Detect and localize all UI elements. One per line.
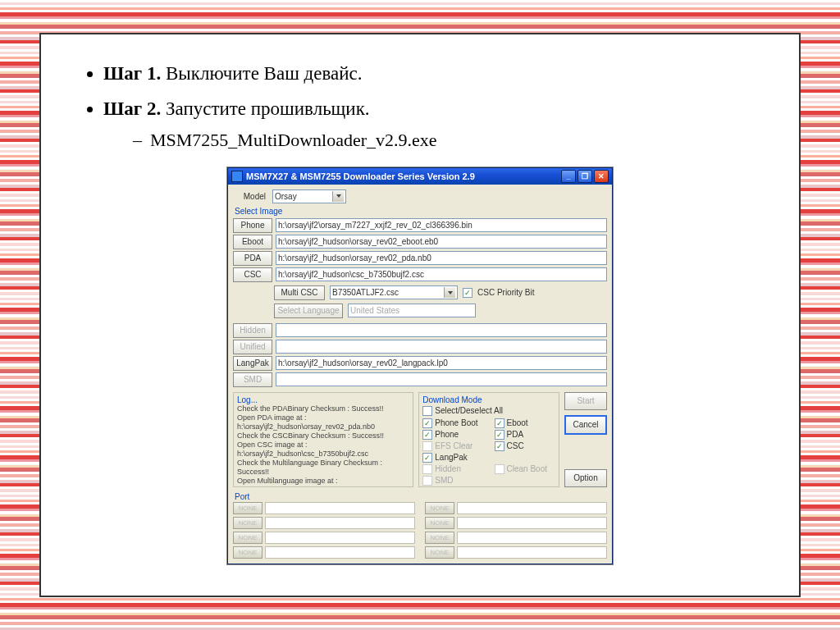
cancel-button[interactable]: Cancel (564, 415, 607, 435)
hidden-field (276, 323, 607, 337)
pda-checkbox[interactable]: ✓ (495, 430, 504, 440)
port-field (457, 502, 607, 514)
port-none-button: NONE (233, 546, 262, 559)
window-title: MSM7X27 & MSM7255 Downloader Series Vers… (246, 171, 475, 181)
smd-button: SMD (233, 372, 272, 387)
phone-button[interactable]: Phone (233, 218, 272, 233)
hidden-button: Hidden (233, 323, 272, 338)
download-mode-label: Download Mode (422, 395, 555, 404)
close-button[interactable]: ✕ (594, 170, 609, 183)
eboot-label: Eboot (507, 418, 528, 427)
eboot-field[interactable]: h:\orsay\jf2_hudson\orsay_rev02_eboot.eb… (276, 235, 607, 249)
efs-clear-checkbox (422, 441, 432, 451)
slide-frame: Шаг 1. Выключите Ваш девайс. Шаг 2. Запу… (39, 33, 801, 597)
smd-label: SMD (435, 476, 453, 485)
phone-label: Phone (435, 430, 459, 439)
efs-clear-label: EFS Clear (435, 441, 472, 450)
port-field (457, 546, 607, 559)
port-none-button: NONE (425, 517, 454, 529)
log-panel: Log... Check the PDABinary Checksum : Su… (233, 392, 413, 487)
port-field (457, 517, 607, 529)
step-2: Шаг 2. Запустите прошивльщик. MSM7255_Mu… (103, 93, 753, 155)
select-all-checkbox[interactable] (422, 406, 432, 416)
phone-field[interactable]: h:\orsay\jf2\orsay_m7227_xxjf2_rev_02_cl… (276, 218, 607, 232)
port-none-button: NONE (425, 502, 454, 514)
app-icon (231, 171, 243, 182)
multicsc-combo[interactable]: B7350ATLJF2.csc (330, 285, 458, 299)
eboot-checkbox[interactable]: ✓ (495, 418, 504, 428)
select-language-field: United States (348, 304, 476, 317)
log-label: Log... (237, 395, 409, 404)
option-button[interactable]: Option (564, 469, 607, 487)
langpak-label: LangPak (435, 453, 467, 462)
port-field (457, 532, 607, 544)
dropdown-icon (332, 191, 344, 202)
port-field (265, 546, 415, 559)
pda-field[interactable]: h:\orsay\jf2_hudson\orsay_rev02_pda.nb0 (276, 251, 607, 265)
step-2-label: Шаг 2. (103, 98, 161, 119)
port-field (265, 517, 415, 529)
select-language-button: Select Language (274, 304, 343, 318)
port-none-button: NONE (233, 502, 262, 514)
multicsc-button[interactable]: Multi CSC (274, 285, 325, 300)
step-2-text: Запустите прошивльщик. (161, 98, 369, 119)
smd-field (276, 372, 607, 386)
unified-field (276, 340, 607, 354)
port-grid: NONE NONE NONE NONE NONE NONE NONE NONE (233, 502, 607, 559)
downloader-window: MSM7X27 & MSM7255 Downloader Series Vers… (227, 167, 613, 564)
start-button: Start (564, 392, 607, 410)
smd-checkbox (422, 476, 432, 486)
download-mode-panel: Download Mode Select/Deselect All ✓Phone… (418, 392, 559, 487)
csc-priority-checkbox[interactable]: ✓ (463, 288, 472, 298)
client-area: Model Orsay Select Image Phone h:\orsay\… (228, 185, 612, 564)
port-none-button: NONE (425, 546, 454, 559)
steps-list: Шаг 1. Выключите Ваш девайс. Шаг 2. Запу… (103, 57, 753, 156)
select-all-label: Select/Deselect All (435, 406, 503, 415)
log-text[interactable]: Check the PDABinary Checksum : Success!!… (237, 404, 409, 487)
csc-checkbox[interactable]: ✓ (495, 441, 504, 451)
multicsc-value: B7350ATLJF2.csc (332, 286, 399, 299)
langpak-button[interactable]: LangPak (233, 356, 272, 371)
pda-label: PDA (507, 430, 524, 439)
langpak-checkbox[interactable]: ✓ (422, 453, 432, 463)
model-combo[interactable]: Orsay (272, 189, 346, 203)
minimize-button[interactable]: _ (561, 170, 576, 183)
port-field (265, 532, 415, 544)
pda-button[interactable]: PDA (233, 251, 272, 266)
model-label: Model (233, 192, 266, 201)
phone-boot-checkbox[interactable]: ✓ (422, 418, 432, 428)
clean-boot-checkbox (495, 464, 504, 474)
titlebar[interactable]: MSM7X27 & MSM7255 Downloader Series Vers… (228, 168, 612, 185)
hidden-label: Hidden (435, 464, 461, 473)
maximize-button[interactable]: ❐ (578, 170, 592, 183)
phone-checkbox[interactable]: ✓ (422, 430, 432, 440)
langpak-field[interactable]: h:\orsay\jf2_hudson\orsay_rev02_langpack… (276, 356, 607, 370)
clean-boot-label: Clean Boot (507, 464, 547, 473)
port-none-button: NONE (233, 532, 262, 544)
phone-boot-label: Phone Boot (435, 418, 477, 427)
step-1-text: Выключите Ваш девайс. (161, 63, 362, 84)
csc-button[interactable]: CSC (233, 267, 272, 282)
csc-label: CSC (507, 441, 524, 450)
unified-button: Unified (233, 340, 272, 354)
csc-field[interactable]: h:\orsay\jf2_hudson\csc_b7350bujf2.csc (276, 267, 607, 281)
hidden-checkbox (422, 464, 432, 474)
dropdown-icon (444, 287, 455, 298)
model-value: Orsay (275, 190, 297, 203)
csc-priority-label: CSC Priority Bit (477, 288, 534, 297)
port-none-button: NONE (233, 517, 262, 529)
port-field (265, 502, 415, 514)
port-label: Port (235, 492, 607, 501)
sub-item: MSM7255_MultiDownloader_v2.9.exe (133, 125, 753, 155)
eboot-button[interactable]: Eboot (233, 235, 272, 249)
select-image-label: Select Image (235, 207, 607, 216)
step-1-label: Шаг 1. (103, 63, 161, 84)
port-none-button: NONE (425, 532, 454, 544)
step-1: Шаг 1. Выключите Ваш девайс. (103, 57, 753, 89)
sub-list: MSM7255_MultiDownloader_v2.9.exe (133, 125, 753, 155)
